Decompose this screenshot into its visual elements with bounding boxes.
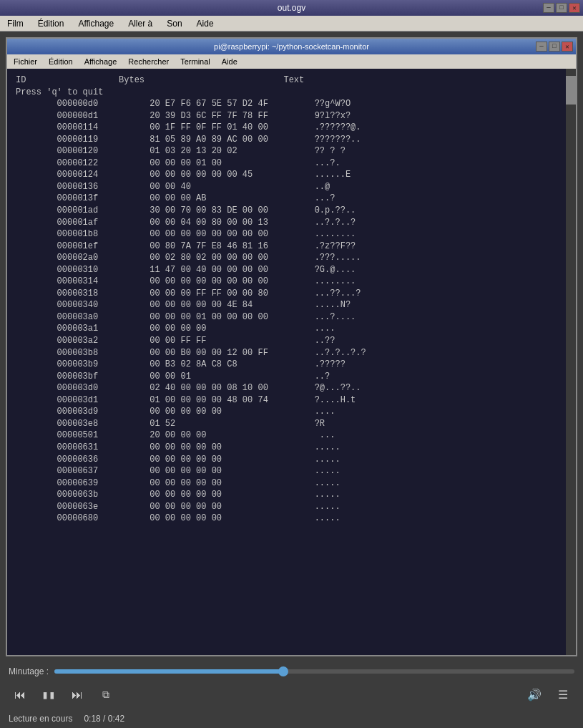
table-row: 00000314 00 00 00 00 00 00 00 00 .......… <box>16 276 557 288</box>
volume-icon: 🔊 <box>527 688 542 702</box>
inner-menu-rechercher[interactable]: Rechercher <box>124 57 172 67</box>
table-row: 000003b9 00 B3 02 8A C8 C8 .????? <box>16 359 557 371</box>
progress-knob[interactable] <box>278 666 288 676</box>
inner-maximize-button[interactable]: □ <box>549 42 560 52</box>
pause-icon: ▮▮ <box>41 688 55 702</box>
table-row: 000001ef 00 80 7A 7F E8 46 81 16 .?z??F?… <box>16 241 557 253</box>
bottom-controls: Minutage : ⏮ ▮▮ ⏭ ⧉ 🔊 ☰ Lecture e <box>0 662 583 728</box>
time-display: 0:18 / 0:42 <box>84 714 124 724</box>
skip-back-icon: ⏮ <box>14 689 26 702</box>
fullscreen-icon: ⧉ <box>102 689 109 701</box>
inner-window: pi@raspberrypi: ~/python-socketcan-monit… <box>6 37 577 656</box>
fullscreen-button[interactable]: ⧉ <box>94 684 117 707</box>
progress-label: Minutage : <box>9 666 49 676</box>
skip-forward-icon: ⏭ <box>72 689 83 702</box>
inner-close-button[interactable]: ✕ <box>562 42 573 52</box>
outer-menu-son[interactable]: Son <box>162 17 186 30</box>
outer-menu-aide[interactable]: Aide <box>192 17 218 30</box>
table-row: 000003a0 00 00 00 01 00 00 00 00 ...?...… <box>16 311 557 324</box>
table-row: 000001af 00 00 04 00 80 00 00 13 ..?.?..… <box>16 217 557 229</box>
outer-titlebar: out.ogv — □ ✕ <box>0 0 583 16</box>
skip-back-button[interactable]: ⏮ <box>9 684 31 707</box>
transport-right: 🔊 ☰ <box>523 684 574 707</box>
table-row: 000000d0 20 E7 F6 67 5E 57 D2 4F ??g^W?O <box>16 98 557 110</box>
inner-menu-fichier[interactable]: Fichier <box>10 57 41 67</box>
table-row: 00000680 00 00 00 00 00 ..... <box>16 513 557 525</box>
table-row: 00000122 00 00 00 01 00 ...?. <box>16 157 557 170</box>
table-row: 00000501 20 00 00 00 ... <box>16 429 557 442</box>
table-row: 00000631 00 00 00 00 00 ..... <box>16 442 557 454</box>
outer-window-controls[interactable]: — □ ✕ <box>543 3 580 13</box>
inner-titlebar: pi@raspberrypi: ~/python-socketcan-monit… <box>7 39 576 54</box>
table-row: 00000119 81 05 89 A0 89 AC 00 00 ???????… <box>16 134 557 146</box>
table-row: 0000013f 00 00 00 AB ...? <box>16 193 557 205</box>
skip-forward-button[interactable]: ⏭ <box>66 684 89 707</box>
inner-menu-terminal[interactable]: Terminal <box>177 57 214 67</box>
inner-menu-affichage[interactable]: Affichage <box>81 57 121 67</box>
table-row: 00000639 00 00 00 00 00 ..... <box>16 477 557 490</box>
inner-menu-edition[interactable]: Édition <box>45 57 77 67</box>
table-row: 00000318 00 00 00 FF FF 00 00 80 ...??..… <box>16 288 557 300</box>
inner-minimize-button[interactable]: — <box>536 42 547 52</box>
outer-minimize-button[interactable]: — <box>543 3 554 13</box>
pause-button[interactable]: ▮▮ <box>37 684 60 707</box>
table-row: 000003d9 00 00 00 00 00 .... <box>16 406 557 418</box>
table-row: 0000063e 00 00 00 00 00 ..... <box>16 501 557 513</box>
table-row: 000003e8 01 52 ?R <box>16 418 557 430</box>
outer-close-button[interactable]: ✕ <box>569 3 580 13</box>
inner-window-controls[interactable]: — □ ✕ <box>536 42 573 52</box>
scrollbar-thumb[interactable] <box>566 76 576 105</box>
table-row: 000003d1 01 00 00 00 00 48 00 74 ?....H.… <box>16 394 557 407</box>
table-row: 000001b8 00 00 00 00 00 00 00 00 .......… <box>16 228 557 241</box>
table-row: 0000063b 00 00 00 00 00 ..... <box>16 489 557 501</box>
table-row: 00000310 11 47 00 40 00 00 00 00 ?G.@...… <box>16 264 557 276</box>
volume-button[interactable]: 🔊 <box>523 684 546 707</box>
outer-menu-film[interactable]: Film <box>3 17 28 30</box>
table-row: 00000114 00 1F FF 0F FF 01 40 00 .??????… <box>16 122 557 134</box>
table-row: 00000120 01 03 20 13 20 02 ?? ? ? <box>16 145 557 157</box>
table-row: 00000136 00 00 40 ..@ <box>16 181 557 193</box>
progress-fill <box>54 669 283 674</box>
outer-menubar: Film Édition Affichage Aller à Son Aide <box>0 16 583 31</box>
table-row: 00000340 00 00 00 00 00 4E 84 .....N? <box>16 299 557 311</box>
table-row: 00000637 00 00 00 00 00 ..... <box>16 465 557 477</box>
table-row: 00000124 00 00 00 00 00 00 45 ......E <box>16 169 557 181</box>
playback-status: Lecture en cours <box>9 714 72 724</box>
outer-maximize-button[interactable]: □ <box>556 3 567 13</box>
progress-track[interactable] <box>54 669 574 674</box>
terminal-header-row: ID Bytes Text <box>16 74 557 87</box>
table-row: 000003a1 00 00 00 00 .... <box>16 323 557 335</box>
transport-bar: ⏮ ▮▮ ⏭ ⧉ 🔊 ☰ <box>0 681 583 712</box>
table-row: 000002a0 00 02 80 02 00 00 00 00 .???...… <box>16 252 557 264</box>
table-row: 000003b8 00 00 B0 00 00 12 00 FF ..?.?..… <box>16 347 557 359</box>
inner-menu-aide[interactable]: Aide <box>218 57 241 67</box>
terminal-display[interactable]: ID Bytes TextPress 'q' to quit 000000d0 … <box>7 69 566 655</box>
terminal-wrapper: ID Bytes TextPress 'q' to quit 000000d0 … <box>7 69 576 655</box>
menu-button[interactable]: ☰ <box>552 684 574 707</box>
table-row: 000003d0 02 40 00 00 00 08 10 00 ?@...??… <box>16 382 557 394</box>
inner-window-title: pi@raspberrypi: ~/python-socketcan-monit… <box>214 42 369 51</box>
terminal-quit-message: Press 'q' to quit <box>16 87 557 99</box>
outer-window-title: out.ogv <box>278 3 305 13</box>
progress-bar-area: Minutage : <box>0 662 583 681</box>
outer-menu-edition[interactable]: Édition <box>34 17 69 30</box>
inner-menubar: Fichier Édition Affichage Rechercher Ter… <box>7 54 576 69</box>
outer-menu-affichage[interactable]: Affichage <box>74 17 118 30</box>
table-row: 00000636 00 00 00 00 00 ..... <box>16 454 557 466</box>
table-row: 000000d1 20 39 D3 6C FF 7F 78 FF 9?l??x? <box>16 110 557 122</box>
main-content: pi@raspberrypi: ~/python-socketcan-monit… <box>0 31 583 662</box>
table-row: 000001ad 30 00 70 00 83 DE 00 00 0.p.??.… <box>16 205 557 217</box>
outer-menu-aller[interactable]: Aller à <box>124 17 157 30</box>
table-row: 000003a2 00 00 FF FF ..?? <box>16 335 557 347</box>
menu-icon: ☰ <box>558 688 568 702</box>
status-bar: Lecture en cours 0:18 / 0:42 <box>0 712 583 728</box>
table-row: 000003bf 00 00 01 ..? <box>16 371 557 383</box>
terminal-scrollbar[interactable] <box>566 69 576 655</box>
